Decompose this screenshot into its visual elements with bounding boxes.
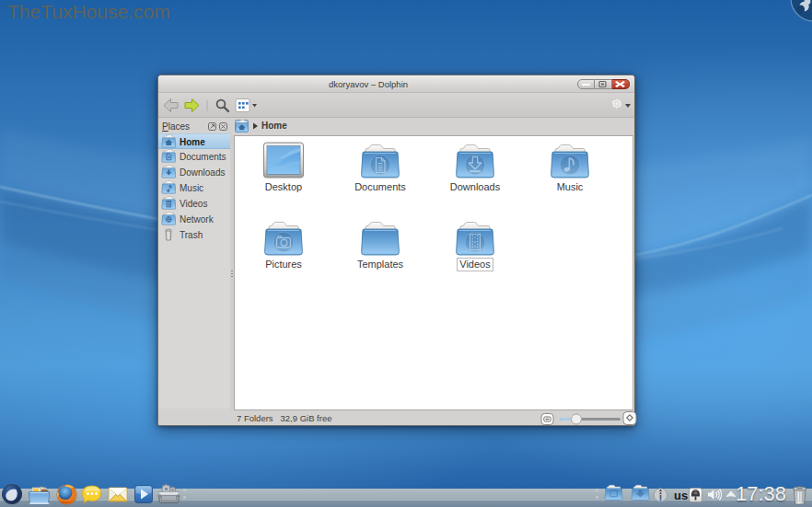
svg-text:us: us (674, 489, 688, 502)
